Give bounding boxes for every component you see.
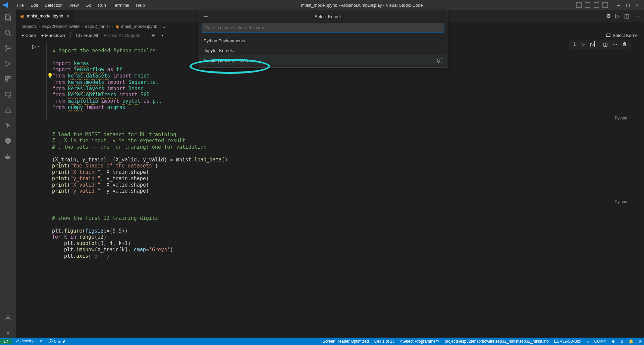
plug-icon[interactable]: ⏚ [584, 339, 592, 344]
kernel-item-existing-server[interactable]: Existing Jupyter Server... i [199, 55, 447, 65]
bc-item[interactable]: esp32tensorflowlite [42, 24, 79, 29]
copilot-icon[interactable]: ☻ [608, 339, 618, 344]
layout-icons [576, 2, 608, 8]
split-editor-icon[interactable]: ◫ [624, 13, 629, 19]
gear-icon[interactable] [3, 328, 13, 338]
layout-panel-right-icon[interactable] [594, 2, 599, 8]
remote-button[interactable]: ⮂ [0, 339, 12, 344]
svg-point-3 [6, 46, 7, 47]
remote-explorer-icon[interactable] [3, 90, 13, 99]
layout-panel-bottom-icon[interactable] [585, 2, 590, 8]
svg-rect-0 [6, 15, 9, 20]
bc-item[interactable]: esp32_mnist [85, 24, 110, 29]
menu-edit[interactable]: Edit [28, 1, 41, 9]
source-control-icon[interactable] [3, 44, 13, 53]
svg-rect-13 [8, 156, 10, 157]
port-status[interactable]: COM4 [592, 339, 609, 344]
kernel-item-jupyter-kernel[interactable]: Jupyter Kernel... [199, 46, 447, 55]
testing-icon[interactable] [3, 105, 13, 115]
chevron-down-icon[interactable]: ⌄ [37, 43, 40, 50]
tab-actions: ⚙ ▷ ◫ ⋯ [601, 13, 644, 19]
radio-icon[interactable]: ⎚ [618, 339, 626, 344]
kernel-search-input[interactable] [202, 23, 444, 33]
svg-rect-1 [7, 16, 10, 21]
notebook-body[interactable]: ⤓ ▷ ▷▏ ◫ ⋯ 🗑 ▷ ⌄ # import the needed Pyt… [16, 40, 644, 338]
run-cell-icon[interactable]: ▷ [32, 43, 36, 50]
clear-outputs-button[interactable]: ≡ Clear All Outputs [103, 33, 140, 38]
kernel-picker-title: Select Kernel [212, 14, 443, 19]
menu-terminal[interactable]: Terminal [110, 1, 132, 9]
more-icon[interactable]: ⋯ [612, 41, 618, 47]
tab-notebook[interactable]: ◉ mnist_model.ipynb ✕ [16, 10, 74, 22]
run-all-button[interactable]: ▷▷ Run All [76, 33, 98, 38]
layout-customize-icon[interactable] [602, 2, 608, 8]
run-icon[interactable]: ▷ [615, 13, 620, 19]
feedback-icon[interactable]: ⎘ [636, 339, 644, 344]
delete-cell-icon[interactable]: 🗑 [622, 41, 627, 47]
menu-help[interactable]: Help [133, 1, 148, 9]
back-icon[interactable]: ← [203, 13, 209, 20]
kernel-button[interactable]: Select Kernel [606, 33, 639, 38]
menu-go[interactable]: Go [83, 1, 94, 9]
svg-point-5 [9, 48, 11, 49]
code-editor[interactable]: # load the MNIST dataset for DL traninin… [46, 127, 631, 199]
run-debug-icon[interactable] [3, 59, 13, 68]
docker-icon[interactable] [3, 152, 13, 161]
svg-point-4 [6, 50, 7, 51]
minimize-icon[interactable]: ─ [614, 1, 623, 9]
maximize-icon[interactable]: ▢ [624, 1, 632, 9]
menu-file[interactable]: File [14, 1, 26, 9]
explorer-icon[interactable] [3, 13, 13, 22]
screen-reader-status[interactable]: Screen Reader Optimized [320, 339, 372, 344]
code-editor[interactable]: # show the first 12 training digits plt.… [46, 211, 631, 263]
svg-rect-11 [5, 156, 7, 157]
gear-icon[interactable]: ⚙ [606, 13, 611, 19]
sketch-status[interactable]: projects\esp32tensorflowlite\esp32_mnist… [442, 339, 551, 344]
cursor-icon[interactable] [3, 121, 13, 130]
bc-item[interactable]: projects [21, 24, 37, 29]
split-cell-icon[interactable]: ◫ [603, 41, 608, 47]
bc-item[interactable]: ... [163, 24, 166, 29]
svg-point-15 [7, 315, 9, 317]
sync-button[interactable]: ⟳ [37, 339, 46, 343]
search-icon[interactable] [3, 28, 13, 38]
outline-button[interactable]: ≣ [151, 33, 155, 38]
close-icon[interactable]: ✕ [633, 1, 641, 9]
cell-toolbar: ⤓ ▷ ▷▏ ◫ ⋯ 🗑 [569, 40, 631, 49]
svg-rect-9 [5, 92, 11, 96]
add-markdown-button[interactable]: + Markdown [41, 33, 65, 38]
kernel-item-python-env[interactable]: Python Environments... [199, 36, 447, 46]
bc-item[interactable]: mnist_model.ipynb [121, 24, 157, 29]
svg-point-16 [7, 332, 9, 334]
svg-rect-6 [5, 77, 8, 79]
extensions-icon[interactable] [3, 75, 13, 84]
menu-view[interactable]: View [67, 1, 82, 9]
jupyter-icon: ◉ [115, 24, 119, 29]
branch-button[interactable]: ⎇ develop [12, 339, 37, 343]
svg-rect-14 [7, 154, 8, 156]
menu-bar: File Edit Selection View Go Run Terminal… [14, 1, 148, 9]
problems-button[interactable]: ⓧ 0 ⚠ 9 [46, 339, 67, 344]
more-icon[interactable]: ⋯ [634, 13, 639, 19]
more-button[interactable]: ⋯ [160, 33, 165, 38]
jupyter-icon: ◉ [20, 13, 24, 19]
programmer-status[interactable]: <Select Programmer> [397, 339, 442, 344]
cell-status[interactable]: Cell 1 of 15 [372, 339, 397, 344]
run-by-line-icon[interactable]: ⤓ [573, 41, 577, 47]
code-cell[interactable]: # load the MNIST dataset for DL traninin… [46, 127, 631, 204]
layout-panel-left-icon[interactable] [576, 2, 582, 8]
cell-language[interactable]: Python [47, 115, 631, 120]
execute-cell-icon[interactable]: ▷ [582, 41, 586, 47]
code-cell[interactable]: # show the first 12 training digits plt.… [46, 211, 631, 263]
menu-selection[interactable]: Selection [42, 1, 65, 9]
add-code-button[interactable]: + Code [21, 33, 36, 38]
bell-icon[interactable]: 🔔 [626, 339, 636, 344]
execute-below-icon[interactable]: ▷▏ [590, 41, 598, 47]
alien-icon[interactable] [3, 136, 13, 146]
info-icon[interactable]: i [437, 58, 442, 63]
menu-run[interactable]: Run [95, 1, 109, 9]
close-tab-icon[interactable]: ✕ [66, 13, 70, 19]
board-status[interactable]: ESP32-S3-Box [551, 339, 584, 344]
accounts-icon[interactable] [3, 313, 13, 322]
cell-language[interactable]: Python [46, 199, 631, 204]
